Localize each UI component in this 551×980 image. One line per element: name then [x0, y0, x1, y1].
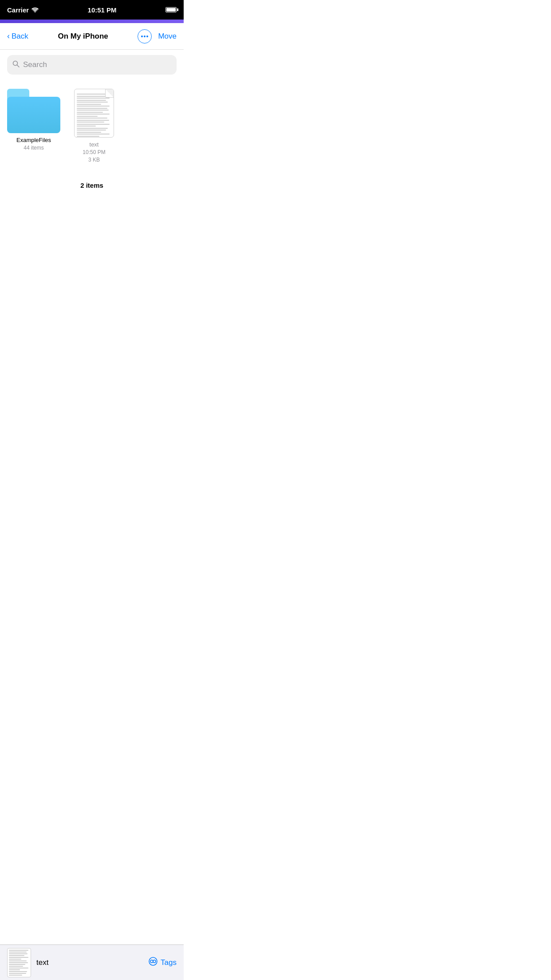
document-icon — [74, 89, 114, 138]
document-size: 3 KB — [88, 157, 100, 163]
svg-point-2 — [144, 36, 146, 37]
files-grid: ExampleFiles 44 items — [0, 82, 184, 164]
status-bar-time: 10:51 PM — [88, 6, 117, 14]
folder-name: ExampleFiles — [16, 137, 51, 143]
status-bar-right — [165, 7, 177, 12]
search-bar[interactable]: Search — [7, 55, 177, 75]
accent-bar — [0, 20, 184, 23]
back-label: Back — [12, 32, 28, 41]
search-container: Search — [0, 50, 184, 82]
back-button[interactable]: ‹ Back — [7, 32, 28, 41]
more-button[interactable] — [138, 29, 152, 43]
svg-line-5 — [17, 65, 20, 67]
search-icon — [12, 60, 20, 69]
status-bar-left: Carrier — [7, 6, 39, 14]
svg-point-1 — [141, 36, 143, 37]
battery-icon — [165, 7, 177, 12]
svg-point-3 — [146, 36, 148, 37]
nav-actions: Move — [138, 29, 177, 43]
svg-point-0 — [35, 11, 35, 12]
document-item[interactable]: text 10:50 PM 3 KB — [67, 89, 121, 164]
items-count: 2 items — [0, 164, 184, 198]
search-placeholder: Search — [23, 60, 47, 69]
document-meta: 10:50 PM 3 KB — [83, 149, 105, 164]
document-name: text — [90, 141, 99, 148]
back-chevron-icon: ‹ — [7, 32, 10, 41]
folder-item[interactable]: ExampleFiles 44 items — [7, 89, 60, 164]
carrier-label: Carrier — [7, 6, 29, 14]
document-lines — [77, 94, 111, 137]
folder-icon — [7, 89, 60, 133]
folder-meta: 44 items — [24, 144, 43, 152]
wifi-icon — [31, 6, 39, 14]
move-button[interactable]: Move — [158, 32, 177, 41]
status-bar: Carrier 10:51 PM — [0, 0, 184, 20]
nav-bar: ‹ Back On My iPhone Move — [0, 23, 184, 50]
page-title: On My iPhone — [58, 32, 108, 41]
document-time: 10:50 PM — [83, 149, 105, 155]
